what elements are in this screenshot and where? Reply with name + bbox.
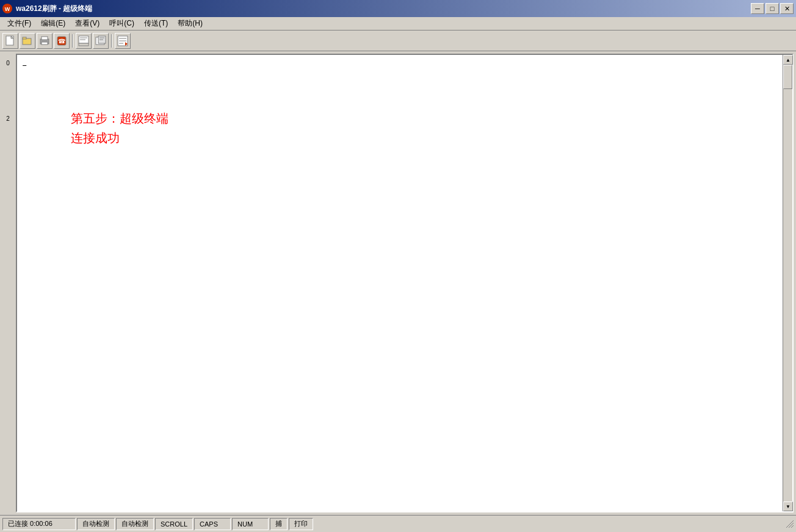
left-label-0: 0	[6, 60, 10, 66]
maximize-button[interactable]: □	[765, 3, 779, 14]
scroll-down-button[interactable]: ▼	[783, 501, 793, 511]
left-label-2: 2	[6, 115, 10, 122]
status-print: 打印	[289, 518, 313, 530]
window-title: wa2612刷胖 - 超级终端	[16, 4, 92, 14]
scrollbar-vertical[interactable]: ▲ ▼	[783, 55, 792, 511]
print-button[interactable]	[37, 33, 52, 49]
resize-grip[interactable]	[786, 520, 794, 528]
svg-rect-8	[42, 37, 48, 40]
separator-2	[111, 34, 112, 48]
status-detect1: 自动检测	[77, 518, 115, 530]
status-num: NUM	[232, 518, 269, 530]
toolbar: ☎	[0, 31, 796, 51]
menu-view[interactable]: 查看(V)	[70, 17, 104, 30]
minimize-button[interactable]: ─	[751, 3, 764, 14]
menu-call[interactable]: 呼叫(C)	[104, 17, 139, 30]
status-detect2: 自动检测	[116, 518, 154, 530]
left-labels: 0 2	[2, 54, 13, 512]
scroll-up-button[interactable]: ▲	[783, 55, 793, 65]
menu-edit[interactable]: 编辑(E)	[36, 17, 70, 30]
terminal-cursor: –	[22, 60, 778, 72]
separator-1	[72, 34, 73, 48]
status-caps: CAPS	[194, 518, 231, 530]
scroll-track[interactable]	[783, 65, 792, 501]
svg-rect-9	[42, 42, 48, 45]
svg-text:W: W	[5, 6, 10, 12]
menu-transfer[interactable]: 传送(T)	[139, 17, 173, 30]
menu-help[interactable]: 帮助(H)	[173, 17, 208, 30]
menu-file[interactable]: 文件(F)	[2, 17, 36, 30]
svg-rect-6	[23, 37, 26, 39]
status-capture: 捕	[270, 518, 288, 530]
title-bar-left: W wa2612刷胖 - 超级终端	[2, 4, 92, 14]
settings-button[interactable]	[115, 33, 131, 49]
menu-bar: 文件(F) 编辑(E) 查看(V) 呼叫(C) 传送(T) 帮助(H)	[0, 17, 796, 31]
title-bar: W wa2612刷胖 - 超级终端 ─ □ ✕	[0, 0, 796, 17]
send2-button[interactable]	[93, 33, 109, 49]
new-button[interactable]	[2, 33, 18, 49]
open-button[interactable]	[20, 33, 35, 49]
svg-text:☎: ☎	[58, 38, 65, 45]
main-area: 0 2 – 第五步：超级终端 连接成功 ▲ ▼	[0, 51, 796, 515]
status-scroll: SCROLL	[155, 518, 193, 530]
close-button[interactable]: ✕	[780, 3, 794, 14]
terminal-message: 第五步：超级终端 连接成功	[71, 109, 778, 148]
send1-button[interactable]	[76, 33, 92, 49]
terminal-message-line2: 连接成功	[71, 128, 778, 148]
status-bar: 已连接 0:00:06 自动检测 自动检测 SCROLL CAPS NUM 捕 …	[0, 515, 796, 532]
scroll-thumb[interactable]	[783, 65, 792, 89]
title-bar-controls: ─ □ ✕	[751, 3, 794, 14]
terminal-message-line1: 第五步：超级终端	[71, 109, 778, 128]
svg-line-27	[791, 525, 794, 528]
svg-rect-13	[79, 43, 89, 46]
status-connected: 已连接 0:00:06	[2, 518, 76, 530]
svg-line-26	[789, 523, 794, 528]
dial-button[interactable]: ☎	[54, 33, 70, 49]
terminal-area[interactable]: – 第五步：超级终端 连接成功	[17, 55, 783, 511]
app-icon: W	[2, 4, 12, 13]
